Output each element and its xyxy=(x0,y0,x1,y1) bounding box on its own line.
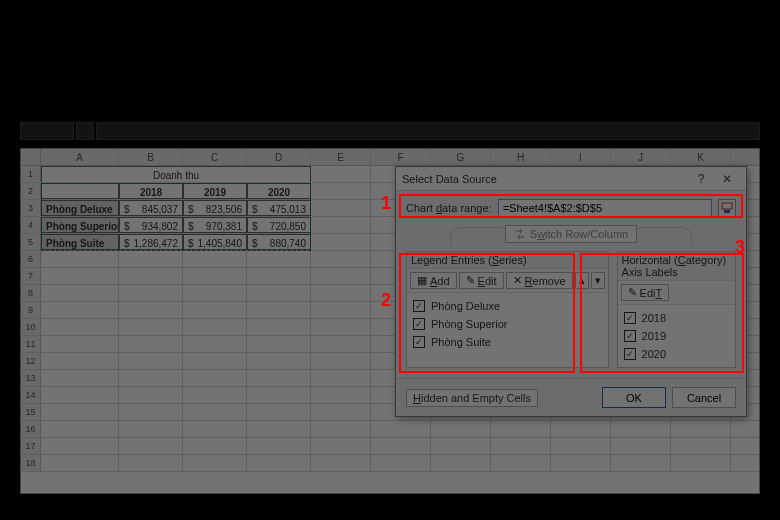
remove-series-button[interactable]: ✕Remove xyxy=(506,272,573,289)
column-headers: A B C D E F G H I J K xyxy=(21,149,759,166)
col-header[interactable]: G xyxy=(431,149,491,165)
add-series-button[interactable]: ▦Add xyxy=(410,272,457,289)
chart-data-range-label: Chart data range: xyxy=(406,202,492,214)
col-header[interactable]: B xyxy=(119,149,183,165)
axis-labels-title: Horizontal (Category) Axis Labels xyxy=(618,252,735,281)
help-icon[interactable]: ? xyxy=(688,167,714,191)
category-item[interactable]: 2019 xyxy=(624,327,729,345)
table-cell[interactable]: $934,802 xyxy=(119,217,183,233)
switch-row-column-button[interactable]: Switch Row/Column xyxy=(505,225,637,243)
col-header[interactable]: C xyxy=(183,149,247,165)
col-header[interactable]: F xyxy=(371,149,431,165)
checkbox-icon[interactable] xyxy=(624,312,636,324)
select-data-source-dialog: Select Data Source ? ✕ Chart data range:… xyxy=(395,166,747,417)
edit-series-button[interactable]: ✎Edit xyxy=(459,272,504,289)
checkbox-icon[interactable] xyxy=(413,318,425,330)
series-item[interactable]: Phòng Suite xyxy=(413,333,602,351)
checkbox-icon[interactable] xyxy=(624,348,636,360)
name-box[interactable] xyxy=(20,122,74,140)
table-cell[interactable]: $475,013 xyxy=(247,200,311,216)
hidden-empty-cells-button[interactable]: Hidden and Empty Cells xyxy=(406,389,538,407)
collapse-dialog-icon[interactable] xyxy=(718,199,736,217)
ok-button[interactable]: OK xyxy=(602,387,666,408)
svg-rect-0 xyxy=(722,203,732,209)
dialog-titlebar[interactable]: Select Data Source ? ✕ xyxy=(396,167,746,191)
checkbox-icon[interactable] xyxy=(624,330,636,342)
add-icon: ▦ xyxy=(417,274,427,287)
legend-entries-title: Legend Entries (Series) xyxy=(407,252,608,269)
switch-icon xyxy=(514,228,526,240)
fx-button[interactable] xyxy=(76,122,94,140)
table-cell[interactable]: $880,740 xyxy=(247,234,311,250)
row-header[interactable]: 5 xyxy=(21,234,41,250)
col-header[interactable]: E xyxy=(311,149,371,165)
table-row-label[interactable]: Phòng Suite xyxy=(41,234,119,250)
category-item[interactable]: 2020 xyxy=(624,345,729,363)
col-header[interactable]: J xyxy=(611,149,671,165)
legend-entries-pane: Legend Entries (Series) ▦Add ✎Edit ✕Remo… xyxy=(406,251,609,368)
move-down-button[interactable]: ▾ xyxy=(591,272,605,289)
row-header[interactable]: 2 xyxy=(21,183,41,199)
table-cell[interactable] xyxy=(41,183,119,199)
table-cell[interactable]: $970,381 xyxy=(183,217,247,233)
dialog-title: Select Data Source xyxy=(402,173,688,185)
table-cell[interactable]: $1,286,472 xyxy=(119,234,183,250)
category-item[interactable]: 2018 xyxy=(624,309,729,327)
table-row-label[interactable]: Phòng Deluxe xyxy=(41,200,119,216)
col-header[interactable]: D xyxy=(247,149,311,165)
table-cell[interactable]: $845,037 xyxy=(119,200,183,216)
col-header[interactable]: I xyxy=(551,149,611,165)
edit-icon: ✎ xyxy=(466,274,475,287)
edit-axis-button[interactable]: ✎EdiT xyxy=(621,284,670,301)
table-cell[interactable]: 2020 xyxy=(247,183,311,199)
svg-rect-1 xyxy=(724,210,730,213)
formula-bar xyxy=(20,122,760,140)
series-item[interactable]: Phòng Superior xyxy=(413,315,602,333)
table-cell[interactable]: 2019 xyxy=(183,183,247,199)
col-header[interactable]: A xyxy=(41,149,119,165)
checkbox-icon[interactable] xyxy=(413,336,425,348)
row-header[interactable]: 4 xyxy=(21,217,41,233)
table-cell[interactable]: $823,506 xyxy=(183,200,247,216)
edit-icon: ✎ xyxy=(628,286,637,299)
table-cell[interactable]: 2018 xyxy=(119,183,183,199)
cancel-button[interactable]: Cancel xyxy=(672,387,736,408)
remove-icon: ✕ xyxy=(513,274,522,287)
table-cell[interactable]: $720,850 xyxy=(247,217,311,233)
row-header[interactable]: 1 xyxy=(21,166,41,182)
axis-labels-pane: Horizontal (Category) Axis Labels ✎EdiT … xyxy=(617,251,736,368)
series-item[interactable]: Phòng Deluxe xyxy=(413,297,602,315)
col-header[interactable]: K xyxy=(671,149,731,165)
move-up-button[interactable]: ▴ xyxy=(575,272,589,289)
col-header[interactable]: H xyxy=(491,149,551,165)
table-cell[interactable]: $1,405,840 xyxy=(183,234,247,250)
checkbox-icon[interactable] xyxy=(413,300,425,312)
chart-data-range-input[interactable] xyxy=(498,199,712,217)
table-row-label[interactable]: Phòng Superior xyxy=(41,217,119,233)
row-header[interactable]: 3 xyxy=(21,200,41,216)
table-title[interactable]: Doanh thu xyxy=(41,166,311,182)
close-icon[interactable]: ✕ xyxy=(714,167,740,191)
formula-input[interactable] xyxy=(96,122,760,140)
